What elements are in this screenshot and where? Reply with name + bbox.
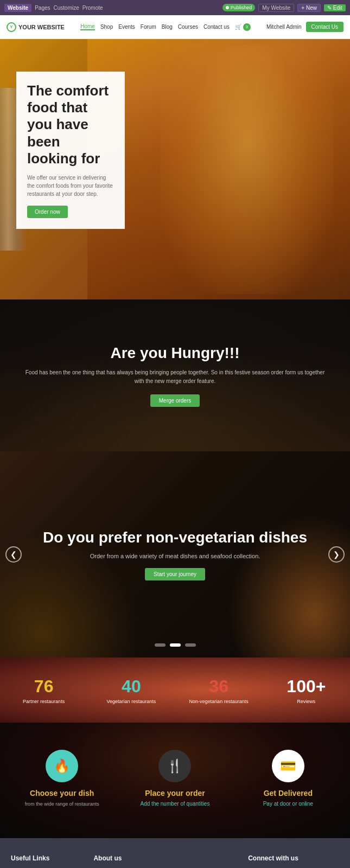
slider-text: Order from a wide variety of meat dishes… <box>43 553 307 559</box>
footer-links-col: Useful Links Home About us Products Serv… <box>11 854 82 868</box>
published-dot <box>226 6 229 9</box>
how-grid: 🔥 Choose your dish from the wide range o… <box>11 750 339 811</box>
hungry-title: Are you Hungry!!! <box>111 344 240 362</box>
cart-badge: 3 <box>243 23 251 31</box>
nav-blog[interactable]: Blog <box>162 24 173 30</box>
slider-prev-btn[interactable]: ❮ <box>5 546 22 563</box>
footer-connect-col: Connect with us ✉ Contact us ✉ info@your… <box>248 854 339 868</box>
stat-nonveg: 36 Non-vegetarian restaurants <box>175 676 263 704</box>
stats-grid: 76 Partner restaurants 40 Vegetarian res… <box>0 658 350 723</box>
admin-bar-right: Published My Website + New ✎ Edit <box>222 4 346 12</box>
card-icon: 💳 <box>280 758 296 774</box>
nav-events[interactable]: Events <box>118 24 135 30</box>
admin-promote-link[interactable]: Promote <box>82 5 103 11</box>
admin-bar-left: Website Pages Customize Promote <box>4 4 103 12</box>
flame-icon: 🔥 <box>54 758 70 774</box>
stat-reviews: 100+ Reviews <box>263 676 350 704</box>
stat-vegetarian-label: Vegetarian restaurants <box>87 699 175 704</box>
chevron-right-icon: ❯ <box>333 550 340 559</box>
stat-nonveg-number: 36 <box>175 676 263 697</box>
slider-section: ❮ Do you prefer non-vegetarian dishes Or… <box>0 451 350 658</box>
footer: Useful Links Home About us Products Serv… <box>0 838 350 868</box>
slider-btn[interactable]: Start your journey <box>145 568 205 580</box>
stats-section: 76 Partner restaurants 40 Vegetarian res… <box>0 658 350 723</box>
nav-courses[interactable]: Courses <box>178 24 198 30</box>
stat-vegetarian: 40 Vegetarian restaurants <box>87 676 175 704</box>
how-section: 🔥 Choose your dish from the wide range o… <box>0 723 350 838</box>
nav-contact[interactable]: Contact us <box>203 24 230 30</box>
nav-logo: Y YOUR WEBSITE <box>7 22 65 32</box>
hungry-section: Are you Hungry!!! Food has been the one … <box>0 299 350 451</box>
hero-subtitle: We offer our service in delivering the c… <box>27 174 114 198</box>
hungry-text: Food has been the one thing that has alw… <box>23 368 327 386</box>
utensils-icon: 🍴 <box>167 758 183 774</box>
stat-partner-number: 76 <box>0 676 87 697</box>
order-title: Place your order <box>124 789 226 797</box>
nav-right: Mitchell Admin Contact Us <box>266 22 343 32</box>
main-nav: Y YOUR WEBSITE Home Shop Events Forum Bl… <box>0 15 350 39</box>
chevron-left-icon: ❮ <box>10 550 17 559</box>
footer-grid: Useful Links Home About us Products Serv… <box>11 854 339 868</box>
stat-nonveg-label: Non-vegetarian restaurants <box>175 699 263 704</box>
deliver-icon-circle: 💳 <box>272 750 304 782</box>
published-badge: Published <box>222 4 256 11</box>
edit-btn[interactable]: ✎ Edit <box>324 4 346 11</box>
deliver-subtitle: Pay at door or online <box>237 801 339 807</box>
footer-about-col: About us We are a team of passionate peo… <box>93 854 237 868</box>
hungry-btn[interactable]: Merge orders <box>150 394 200 407</box>
choose-text: from the wide range of restaurants <box>11 801 113 808</box>
nav-cart[interactable]: 🛒 3 <box>235 23 251 31</box>
nav-links: Home Shop Events Forum Blog Courses Cont… <box>80 23 251 31</box>
slider-dot-1[interactable] <box>155 643 166 647</box>
order-subtitle: Add the number of quantities <box>124 801 226 807</box>
stat-vegetarian-number: 40 <box>87 676 175 697</box>
logo-icon: Y <box>7 22 16 32</box>
new-btn[interactable]: + New <box>297 4 321 12</box>
footer-about-title: About us <box>93 854 237 862</box>
admin-pages-link[interactable]: Pages <box>35 5 50 11</box>
nav-contact-btn[interactable]: Contact Us <box>306 22 343 32</box>
hero-title: The comfort food that you have been look… <box>27 82 114 167</box>
hero-noodles <box>160 44 334 294</box>
how-item-deliver: 💳 Get Delivered Pay at door or online <box>237 750 339 811</box>
slider-next-btn[interactable]: ❯ <box>328 546 345 563</box>
cart-icon: 🛒 <box>235 24 241 30</box>
stat-reviews-label: Reviews <box>263 699 350 704</box>
how-item-choose: 🔥 Choose your dish from the wide range o… <box>11 750 113 811</box>
hero-order-btn[interactable]: Order now <box>27 206 68 218</box>
published-label: Published <box>231 5 252 10</box>
slider-dot-2[interactable] <box>170 643 181 647</box>
stat-reviews-number: 100+ <box>263 676 350 697</box>
nav-admin[interactable]: Mitchell Admin <box>266 24 301 30</box>
slider-dots <box>155 643 196 647</box>
admin-customize-link[interactable]: Customize <box>54 5 79 11</box>
choose-icon-circle: 🔥 <box>46 750 78 782</box>
admin-bar: Website Pages Customize Promote Publishe… <box>0 0 350 15</box>
footer-connect-title: Connect with us <box>248 854 339 862</box>
nav-forum[interactable]: Forum <box>141 24 156 30</box>
deliver-title: Get Delivered <box>237 789 339 797</box>
stat-partner-label: Partner restaurants <box>0 699 87 704</box>
my-website-btn[interactable]: My Website <box>258 4 294 12</box>
nav-home[interactable]: Home <box>80 23 95 30</box>
logo-text: YOUR WEBSITE <box>18 24 65 30</box>
hero-content: The comfort food that you have been look… <box>16 72 125 229</box>
hero-section: The comfort food that you have been look… <box>0 39 350 299</box>
how-item-order: 🍴 Place your order Add the number of qua… <box>124 750 226 811</box>
slider-content: Do you prefer non-vegetarian dishes Orde… <box>32 518 318 591</box>
slider-dot-3[interactable] <box>185 643 196 647</box>
nav-shop[interactable]: Shop <box>100 24 113 30</box>
admin-bar-logo: Website <box>4 4 31 12</box>
choose-title: Choose your dish <box>11 789 113 797</box>
slider-title: Do you prefer non-vegetarian dishes <box>43 529 307 546</box>
footer-links-title: Useful Links <box>11 854 82 862</box>
order-icon-circle: 🍴 <box>158 750 191 782</box>
stat-partner: 76 Partner restaurants <box>0 676 87 704</box>
